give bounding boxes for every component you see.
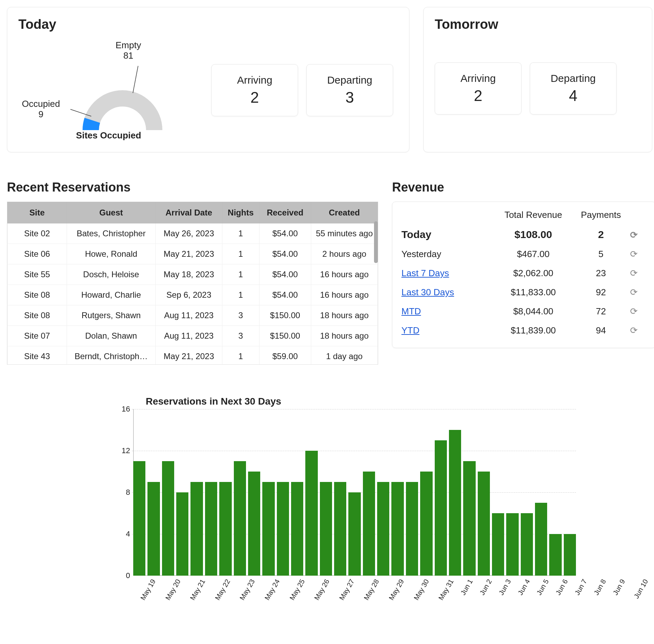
revenue-header-row: Total Revenue Payments [401, 210, 646, 220]
refresh-icon[interactable]: ⟳ [630, 249, 638, 260]
today-arriving-value: 2 [226, 89, 284, 106]
table-cell: $150.00 [259, 326, 311, 346]
chart-bar[interactable] [348, 492, 360, 576]
revenue-payments: 23 [575, 268, 627, 279]
recent-reservations-table: SiteGuestArrival DateNightsReceivedCreat… [7, 202, 378, 365]
refresh-icon[interactable]: ⟳ [630, 268, 638, 279]
chart-bar[interactable] [262, 482, 274, 576]
tomorrow-arriving-card[interactable]: Arriving 2 [435, 62, 521, 115]
revenue-period-link[interactable]: Last 7 Days [401, 268, 449, 278]
chart-bar[interactable] [564, 534, 576, 576]
table-row[interactable]: Site 43Berndt, Christoph…May 21, 20231$5… [8, 346, 378, 365]
chart-bar[interactable] [248, 472, 260, 576]
y-axis-tick: 0 [111, 571, 130, 580]
table-cell: Site 02 [8, 223, 67, 244]
table-header[interactable]: Received [259, 202, 311, 223]
refresh-icon[interactable]: ⟳ [630, 287, 638, 298]
table-row[interactable]: Site 02Bates, ChristopherMay 26, 20231$5… [8, 223, 378, 244]
revenue-period-link[interactable]: Last 30 Days [401, 287, 454, 297]
chart-bar[interactable] [305, 451, 317, 576]
table-cell: 18 hours ago [311, 326, 377, 346]
table-row[interactable]: Site 07Dolan, ShawnAug 11, 20233$150.001… [8, 326, 378, 346]
refresh-icon[interactable]: ⟳ [630, 325, 638, 336]
table-cell: May 18, 2023 [155, 264, 222, 285]
revenue-total: $2,062.00 [492, 268, 575, 279]
gauge-empty-label: Empty 81 [116, 40, 141, 61]
table-header[interactable]: Guest [67, 202, 155, 223]
table-cell: Berndt, Christoph… [67, 346, 155, 365]
table-row[interactable]: Site 55Dosch, HeloiseMay 18, 20231$54.00… [8, 264, 378, 285]
revenue-period-link[interactable]: YTD [401, 325, 419, 336]
chart-bar[interactable] [205, 482, 217, 576]
tomorrow-departing-card[interactable]: Departing 4 [530, 62, 617, 115]
refresh-icon[interactable]: ⟳ [630, 306, 638, 317]
table-cell: Howard, Charlie [67, 285, 155, 305]
chart-bar[interactable] [463, 461, 475, 576]
chart-bar[interactable] [190, 482, 203, 576]
chart-bar[interactable] [406, 482, 418, 576]
gauge-occupied-label: Occupied 9 [22, 99, 60, 120]
table-cell: Aug 11, 2023 [155, 326, 222, 346]
today-departing-card[interactable]: Departing 3 [306, 64, 393, 116]
table-header[interactable]: Created [311, 202, 377, 223]
table-cell: Site 08 [8, 305, 67, 326]
chart-bar[interactable] [277, 482, 289, 576]
chart-bar[interactable] [420, 472, 432, 576]
table-scrollbar[interactable] [374, 221, 378, 263]
chart-bar[interactable] [521, 513, 533, 576]
table-header[interactable]: Nights [222, 202, 259, 223]
chart-bar[interactable] [391, 482, 404, 576]
chart-bar[interactable] [334, 482, 346, 576]
revenue-total: $8,044.00 [492, 306, 575, 317]
recent-reservations-table-wrap: SiteGuestArrival DateNightsReceivedCreat… [7, 202, 378, 365]
chart-bar[interactable] [549, 534, 561, 576]
chart-bar[interactable] [291, 482, 303, 576]
table-cell: 18 hours ago [311, 305, 377, 326]
revenue-row: YTD$11,839.0094⟳ [401, 321, 646, 340]
table-cell: Site 43 [8, 346, 67, 365]
chart-bar[interactable] [320, 482, 332, 576]
chart-bar[interactable] [449, 430, 461, 576]
revenue-row: Today$108.002⟳ [401, 224, 646, 245]
today-arriving-label: Arriving [226, 74, 284, 86]
table-cell: $54.00 [259, 285, 311, 305]
revenue-total: $11,839.00 [492, 325, 575, 336]
chart-bar[interactable] [492, 513, 504, 576]
table-cell: May 21, 2023 [155, 244, 222, 264]
table-row[interactable]: Site 06Howe, RonaldMay 21, 20231$54.002 … [8, 244, 378, 264]
chart-bar[interactable] [176, 492, 188, 576]
today-arriving-card[interactable]: Arriving 2 [211, 64, 298, 116]
table-row[interactable]: Site 08Rutgers, ShawnAug 11, 20233$150.0… [8, 305, 378, 326]
chart-bar[interactable] [506, 513, 518, 576]
revenue-total: $467.00 [492, 249, 575, 260]
chart-bar[interactable] [234, 461, 246, 576]
table-cell: Site 06 [8, 244, 67, 264]
table-cell: May 26, 2023 [155, 223, 222, 244]
table-cell: 1 [222, 264, 259, 285]
table-cell: Aug 11, 2023 [155, 305, 222, 326]
table-cell: $59.00 [259, 346, 311, 365]
chart-bar[interactable] [478, 472, 490, 576]
table-cell: $54.00 [259, 244, 311, 264]
table-cell: $54.00 [259, 264, 311, 285]
table-header[interactable]: Arrival Date [155, 202, 222, 223]
chart-bar[interactable] [133, 461, 145, 576]
chart-bar[interactable] [147, 482, 160, 576]
chart-bar[interactable] [219, 482, 231, 576]
chart-bar[interactable] [435, 440, 447, 576]
table-cell: $150.00 [259, 305, 311, 326]
tomorrow-arriving-label: Arriving [449, 73, 507, 84]
refresh-icon[interactable]: ⟳ [630, 230, 638, 240]
revenue-period-link[interactable]: MTD [401, 306, 421, 316]
table-cell: Dosch, Heloise [67, 264, 155, 285]
chart-bar[interactable] [535, 503, 547, 576]
revenue-header-total: Total Revenue [492, 210, 575, 220]
chart-bar[interactable] [377, 482, 389, 576]
chart-bar[interactable] [363, 472, 375, 576]
table-row[interactable]: Site 08Howard, CharlieSep 6, 20231$54.00… [8, 285, 378, 305]
table-cell: Site 55 [8, 264, 67, 285]
today-departing-label: Departing [321, 74, 379, 86]
today-title: Today [18, 17, 398, 32]
chart-bar[interactable] [162, 461, 174, 576]
table-header[interactable]: Site [8, 202, 67, 223]
